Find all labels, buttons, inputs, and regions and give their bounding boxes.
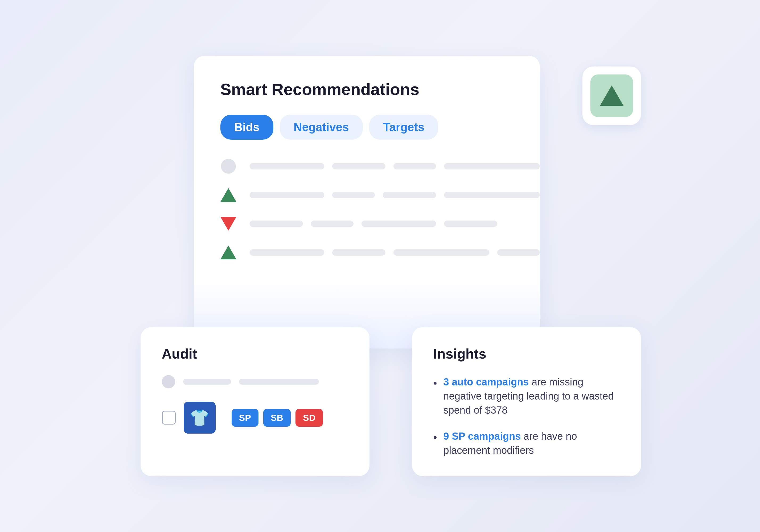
list-row — [220, 216, 513, 232]
badge-sb: SB — [263, 409, 291, 427]
audit-bar — [183, 379, 231, 385]
logo-triangle-icon — [600, 85, 624, 106]
bar — [250, 163, 324, 169]
row-bars — [250, 163, 540, 169]
tab-targets[interactable]: Targets — [369, 115, 439, 140]
insight-highlight-1: 3 auto campaigns — [444, 377, 529, 387]
bar — [394, 163, 436, 169]
bar — [394, 249, 489, 256]
circle-icon — [220, 158, 236, 174]
bar — [332, 163, 385, 169]
list-rows — [220, 158, 513, 260]
tab-negatives[interactable]: Negatives — [280, 115, 363, 140]
audit-circle-icon — [162, 375, 175, 388]
main-card: Smart Recommendations Bids Negatives Tar… — [194, 56, 540, 348]
row-bars — [250, 249, 540, 256]
main-card-title: Smart Recommendations — [220, 80, 513, 99]
bullet-icon: • — [433, 376, 437, 418]
row-bars — [250, 192, 540, 198]
bar — [250, 192, 324, 198]
triangle-down-icon — [220, 216, 236, 232]
row-bars — [250, 221, 513, 227]
tab-bids[interactable]: Bids — [220, 115, 273, 140]
audit-card: Audit 👕 SP SB SD — [141, 327, 369, 476]
bar — [250, 221, 303, 227]
badge-sp: SP — [232, 409, 259, 427]
list-row — [220, 187, 513, 203]
audit-row — [162, 375, 348, 388]
triangle-up-icon — [220, 187, 236, 203]
list-row — [220, 158, 513, 174]
list-row — [220, 244, 513, 260]
bar — [361, 221, 436, 227]
logo-badge — [583, 66, 641, 125]
insights-title: Insights — [433, 346, 620, 362]
triangle-up-icon — [220, 244, 236, 260]
audit-title: Audit — [162, 346, 348, 362]
product-checkbox[interactable] — [162, 411, 176, 424]
badge-row: SP SB SD — [232, 409, 323, 427]
insight-text-1: 3 auto campaigns are missing negative ta… — [444, 375, 620, 418]
insight-item-1: • 3 auto campaigns are missing negative … — [433, 375, 620, 418]
insight-item-2: • 9 SP campaigns are have no placement m… — [433, 429, 620, 458]
product-row: 👕 SP SB SD — [162, 402, 348, 434]
badge-sd: SD — [296, 409, 323, 427]
tshirt-icon: 👕 — [190, 408, 210, 427]
bar — [311, 221, 354, 227]
insight-highlight-2: 9 SP campaigns — [444, 431, 521, 442]
bar — [332, 249, 385, 256]
scene: Smart Recommendations Bids Negatives Tar… — [141, 40, 620, 492]
bullet-icon: • — [433, 430, 437, 458]
logo-inner — [591, 74, 633, 117]
bar — [497, 249, 540, 256]
bar — [332, 192, 375, 198]
bar — [250, 249, 324, 256]
insight-text-2: 9 SP campaigns are have no placement mod… — [444, 429, 620, 458]
insights-card: Insights • 3 auto campaigns are missing … — [412, 327, 641, 476]
bar — [383, 192, 436, 198]
bar — [444, 163, 540, 169]
product-image: 👕 — [184, 402, 215, 434]
audit-bar — [239, 379, 319, 385]
bar — [444, 221, 497, 227]
bar — [444, 192, 540, 198]
tabs-container: Bids Negatives Targets — [220, 115, 513, 140]
